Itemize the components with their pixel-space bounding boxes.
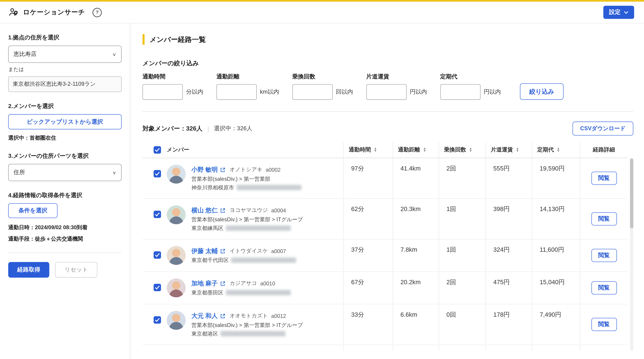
address-parts-select[interactable]: 住所 ∨ xyxy=(8,164,122,181)
filter-section-title: メンバーの絞り込み xyxy=(142,60,633,67)
filter-unit: 円以内 xyxy=(410,88,427,96)
row-checkbox[interactable] xyxy=(154,284,161,291)
column-header-fare[interactable]: 片道運賃 ▲▼ xyxy=(486,142,532,158)
section-divider xyxy=(142,111,633,112)
row-checkbox[interactable] xyxy=(154,316,161,324)
filter-fields: 通勤時間 分以内 通勤距離 km以内 xyxy=(142,73,633,100)
member-kana: オオモトカズト xyxy=(230,312,268,320)
member-id: a0002 xyxy=(266,166,280,173)
member-address-prefix: 東京都練馬区 xyxy=(192,224,224,232)
transfers-cell: 1回 xyxy=(439,240,486,272)
table-row: 小野 敏明 オノトシアキ xyxy=(142,158,628,199)
apply-filter-button[interactable]: 絞り込み xyxy=(520,84,564,100)
base-address-input[interactable] xyxy=(8,76,122,92)
fare-cell xyxy=(486,345,532,351)
member-dept: 営業本部(salesDiv.) > 第一営業部 > ITグループ xyxy=(192,321,303,330)
member-kana: ヨコヤマユウジ xyxy=(230,206,268,214)
csv-download-button[interactable]: CSVダウンロード xyxy=(572,122,633,136)
selected-members-count: 選択中：326人 xyxy=(214,125,252,132)
filter-label: 通勤時間 xyxy=(142,73,203,80)
table-scrollbar-thumb[interactable] xyxy=(630,158,633,228)
pickup-list-button[interactable]: ピックアップリストから選択 xyxy=(8,114,122,129)
view-route-button[interactable]: 閲覧 xyxy=(591,172,617,185)
or-label: または xyxy=(8,66,122,73)
filter-input[interactable] xyxy=(366,84,406,100)
fare-cell: 475円 xyxy=(486,272,532,304)
blurred-address xyxy=(226,226,291,231)
filter-input[interactable] xyxy=(142,84,183,100)
reset-button[interactable]: リセット xyxy=(55,262,98,278)
selected-members-note: 選択中：首都圏在住 xyxy=(8,134,122,142)
settings-button-label: 設定 xyxy=(609,9,620,16)
target-members-label: 対象メンバー： xyxy=(142,125,186,132)
filter-field: 片道運賃 円以内 xyxy=(366,73,427,100)
commute-time-cell: 62分 xyxy=(343,199,393,239)
filter-unit: 回以内 xyxy=(336,88,353,96)
member-name-link[interactable]: 加地 麻子 xyxy=(192,280,218,287)
external-link-icon[interactable] xyxy=(220,167,226,172)
commute-time-cell xyxy=(343,345,393,351)
sort-icon[interactable]: ▲▼ xyxy=(423,148,426,152)
help-icon[interactable]: ? xyxy=(92,8,102,17)
base-location-select-value: 恵比寿店 xyxy=(14,50,36,58)
table-scrollbar[interactable] xyxy=(630,158,633,351)
sort-icon[interactable]: ▲▼ xyxy=(374,148,377,152)
step2-label: 2.メンバーを選択 xyxy=(8,103,122,110)
settings-button[interactable]: 設定 xyxy=(603,6,634,19)
row-checkbox[interactable] xyxy=(154,251,161,259)
sort-icon[interactable]: ▲▼ xyxy=(557,148,560,152)
column-header-commute-time[interactable]: 通勤時間 ▲▼ xyxy=(343,142,393,158)
table-header-row: メンバー 通勤時間 ▲▼ 通勤距離 ▲▼ 乗換回数 ▲▼ xyxy=(142,142,628,158)
external-link-icon[interactable] xyxy=(220,281,226,286)
base-location-select[interactable]: 恵比寿店 ∨ xyxy=(8,46,122,63)
fare-cell: 555円 xyxy=(486,158,532,198)
fare-cell: 178円 xyxy=(486,304,532,344)
commute-time-cell: 33分 xyxy=(343,304,393,344)
commute-distance-cell: 20.3km xyxy=(393,199,439,239)
filter-input[interactable] xyxy=(216,84,257,100)
conditions-button[interactable]: 条件を選択 xyxy=(8,203,58,218)
target-members-count: 326人 xyxy=(186,125,202,132)
column-header-commute-distance[interactable]: 通勤距離 ▲▼ xyxy=(393,142,439,158)
transfers-cell: 1回 xyxy=(439,199,486,239)
member-address: 東京都練馬区 xyxy=(192,224,303,232)
row-checkbox[interactable] xyxy=(154,170,161,178)
page-title: メンバー経路一覧 xyxy=(150,35,206,44)
blurred-address xyxy=(236,185,301,190)
row-checkbox[interactable] xyxy=(154,211,161,218)
member-address: 東京都港区 xyxy=(192,329,303,338)
commute-distance-cell: 20.2km xyxy=(393,272,439,304)
view-route-button[interactable]: 閲覧 xyxy=(591,249,617,262)
sort-icon[interactable]: ▲▼ xyxy=(469,148,472,152)
filter-field: 通勤時間 分以内 xyxy=(142,73,203,100)
table-row: 加地 麻子 カジアサコ xyxy=(142,272,628,304)
sort-icon[interactable]: ▲▼ xyxy=(516,148,519,152)
view-route-button[interactable]: 閲覧 xyxy=(591,212,617,226)
member-name-link[interactable]: 伊藤 太輔 xyxy=(192,247,218,255)
filter-input[interactable] xyxy=(440,84,480,100)
external-link-icon[interactable] xyxy=(220,208,226,213)
view-route-button[interactable]: 閲覧 xyxy=(591,318,617,331)
transfers-cell: 2回 xyxy=(439,272,486,304)
member-name-link[interactable]: 大元 和人 xyxy=(192,312,218,320)
filter-input[interactable] xyxy=(292,84,332,100)
avatar xyxy=(167,246,186,265)
view-route-button[interactable]: 閲覧 xyxy=(591,281,617,294)
column-header-pass-cost[interactable]: 定期代 ▲▼ xyxy=(532,142,580,158)
external-link-icon[interactable] xyxy=(220,313,226,318)
external-link-icon[interactable] xyxy=(220,248,226,254)
select-all-checkbox[interactable] xyxy=(154,146,161,154)
commute-datetime: 通勤日時：2024/09/02 08:30到着 xyxy=(8,224,122,231)
pass-cost-cell: 15,040円 xyxy=(532,272,580,304)
get-route-button[interactable]: 経路取得 xyxy=(8,262,49,278)
member-name-link[interactable]: 横山 悠仁 xyxy=(192,206,218,214)
member-name-link[interactable]: 小野 敏明 xyxy=(192,166,218,174)
member-address-prefix: 東京都千代田区 xyxy=(192,256,229,264)
step1-label: 1.拠点の住所を選択 xyxy=(8,34,122,42)
app-logo-icon xyxy=(8,7,19,18)
transfers-cell: 0回 xyxy=(439,304,486,344)
title-accent-bar xyxy=(142,34,144,45)
column-header-transfers[interactable]: 乗換回数 ▲▼ xyxy=(439,142,486,158)
pass-cost-cell: 19,590円 xyxy=(532,158,580,198)
member-kana: オノトシアキ xyxy=(230,166,262,174)
